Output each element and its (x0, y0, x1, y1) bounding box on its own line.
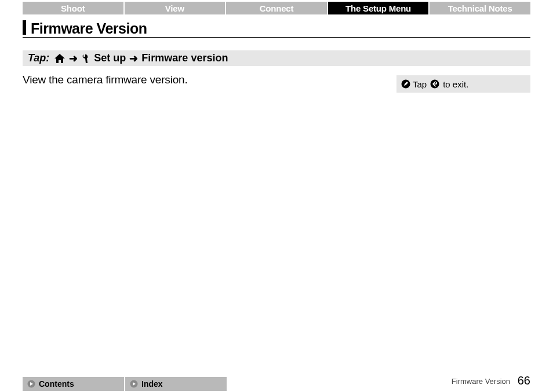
tab-connect[interactable]: Connect (226, 2, 327, 14)
wrench-icon (81, 53, 90, 64)
tab-setup-menu[interactable]: The Setup Menu (328, 2, 429, 14)
home-icon (54, 53, 66, 64)
go-circle-icon (27, 380, 35, 388)
tab-shoot[interactable]: Shoot (23, 2, 123, 14)
heading-accent-bar (23, 20, 26, 35)
pencil-icon (401, 79, 410, 89)
arrow-icon: ➜ (69, 52, 78, 65)
tip-text-prefix: Tap (413, 79, 427, 89)
arrow-icon: ➜ (129, 52, 138, 65)
page-heading: Firmware Version (31, 20, 147, 37)
index-label: Index (141, 379, 163, 389)
contents-label: Contents (39, 379, 74, 389)
go-circle-icon (130, 380, 138, 388)
footer-link-bar: Contents Index (23, 377, 227, 391)
body-description: View the camera firmware version. (23, 74, 188, 86)
tip-text-suffix: to exit. (443, 79, 468, 89)
index-link[interactable]: Index (125, 377, 227, 391)
tip-note: Tap to exit. (396, 75, 530, 93)
breadcrumb-setup: Set up (94, 52, 126, 64)
page-heading-row: Firmware Version (23, 20, 530, 38)
tab-view[interactable]: View (125, 2, 225, 14)
tab-bar: Shoot View Connect The Setup Menu Techni… (23, 2, 530, 14)
navigation-path: Tap: ➜ Set up ➜ Firmware version (23, 50, 530, 66)
tap-label: Tap: (28, 52, 49, 64)
page-number: 66 (518, 374, 530, 387)
tab-technical-notes[interactable]: Technical Notes (430, 2, 530, 14)
back-circle-icon (430, 79, 439, 89)
contents-link[interactable]: Contents (23, 377, 124, 391)
footer-section-title: Firmware Version (452, 377, 510, 386)
manual-page: Shoot View Connect The Setup Menu Techni… (0, 0, 553, 392)
breadcrumb-firmware: Firmware version (141, 52, 228, 64)
